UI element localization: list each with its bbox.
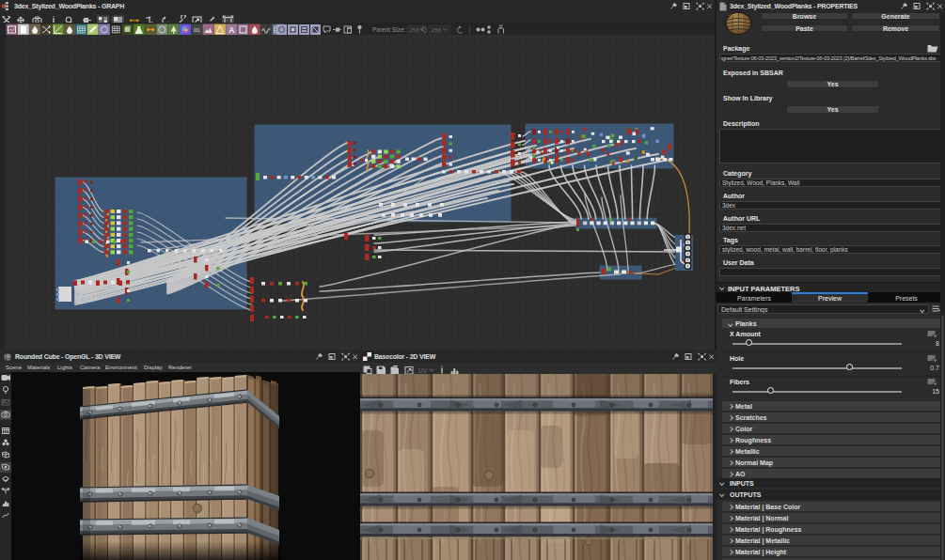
svg-text:256: 256 [432, 27, 442, 33]
svg-text:256: 256 [410, 27, 420, 33]
svg-text:A: A [228, 25, 234, 35]
svg-text:Parent Size:: Parent Size: [372, 26, 406, 33]
svg-text:01: 01 [194, 27, 200, 33]
svg-text:UV: UV [418, 367, 428, 374]
